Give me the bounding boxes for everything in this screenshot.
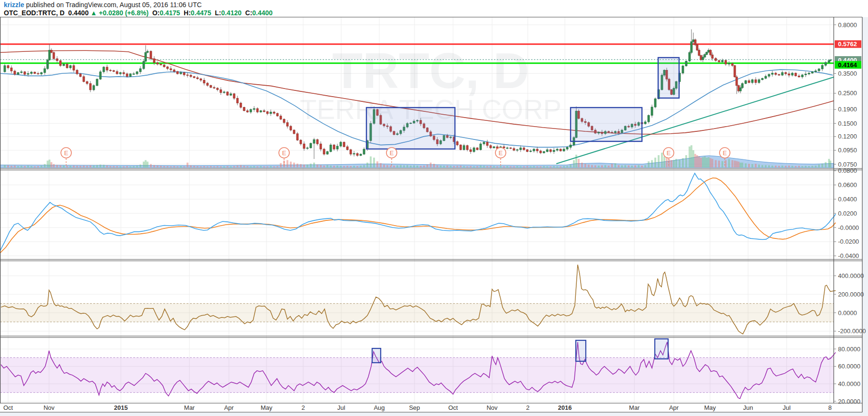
candle-body xyxy=(227,92,228,95)
volume-bar xyxy=(738,162,740,168)
volume-bar xyxy=(376,161,378,168)
volume-bar xyxy=(791,166,793,168)
candle-body xyxy=(207,83,208,86)
candle-body xyxy=(540,151,542,153)
candle-body xyxy=(651,107,653,115)
volume-bar xyxy=(765,165,767,168)
volume-bar xyxy=(217,166,218,168)
candle-body xyxy=(533,149,535,151)
candle-body xyxy=(556,149,558,150)
annotation-box[interactable] xyxy=(372,348,381,363)
candle-body xyxy=(530,151,532,151)
scale-tick-label: 200.0000 xyxy=(838,291,864,298)
annotation-box[interactable] xyxy=(571,108,642,141)
volume-bar xyxy=(30,166,32,168)
candle-body xyxy=(460,145,462,150)
volume-bar xyxy=(570,165,572,168)
volume-bar xyxy=(340,166,342,168)
candle-body xyxy=(785,72,787,74)
time-axis-label: 2 xyxy=(301,404,305,411)
candle-body xyxy=(303,144,305,149)
candle-body xyxy=(566,147,568,149)
chart-canvas[interactable]: TRTC, DTERRA TECH CORPEEEEEE0.80000.3500… xyxy=(0,0,868,416)
volume-bar xyxy=(343,166,345,168)
volume-bar xyxy=(147,162,148,168)
candle-body xyxy=(116,71,118,74)
volume-bar xyxy=(436,165,438,168)
time-axis-label: Nov xyxy=(486,404,498,411)
candle-body xyxy=(256,109,258,112)
annotation-box[interactable] xyxy=(366,108,455,149)
candle-body xyxy=(353,153,355,154)
candle-body xyxy=(167,67,168,69)
volume-bar xyxy=(89,165,91,168)
candle-body xyxy=(356,153,358,155)
scale-tick-label: 0.0200 xyxy=(838,210,857,217)
volume-bar xyxy=(808,166,810,168)
volume-bar xyxy=(490,166,492,168)
volume-bar xyxy=(658,155,660,168)
volume-bar xyxy=(634,165,636,168)
volume-bar xyxy=(420,166,422,168)
candle-body xyxy=(323,149,325,154)
volume-bar xyxy=(306,165,308,168)
volume-bar xyxy=(666,158,668,168)
annotation-box[interactable] xyxy=(655,339,668,359)
volume-bar xyxy=(614,163,616,168)
candle-body xyxy=(320,144,322,149)
volume-bar xyxy=(167,166,168,168)
rsi-band xyxy=(0,357,834,392)
volume-bar xyxy=(715,160,717,168)
candle-body xyxy=(187,75,188,75)
volume-bar xyxy=(230,166,232,168)
volume-bar xyxy=(240,165,242,168)
volume-bar xyxy=(785,166,787,168)
volume-bar xyxy=(758,165,760,168)
candle-body xyxy=(829,60,831,60)
volume-bar xyxy=(66,166,68,168)
volume-bar xyxy=(453,166,455,168)
candle-body xyxy=(250,109,252,112)
volume-bar xyxy=(153,165,155,168)
annotation-box[interactable] xyxy=(576,340,586,361)
volume-bar xyxy=(476,166,478,168)
candle-body xyxy=(811,72,813,73)
candle-body xyxy=(775,73,777,75)
volume-bar xyxy=(237,166,238,168)
volume-bar xyxy=(350,166,352,168)
candle-body xyxy=(523,148,525,150)
candle-body xyxy=(805,74,807,75)
candle-body xyxy=(203,80,205,83)
volume-bar xyxy=(59,165,61,168)
volume-bar xyxy=(96,165,98,168)
volume-bar xyxy=(473,166,475,168)
candle-body xyxy=(343,142,345,147)
candle-body xyxy=(217,88,218,89)
volume-bar xyxy=(581,163,583,168)
volume-bar xyxy=(608,166,610,168)
candle-body xyxy=(694,40,696,45)
candle-body xyxy=(516,149,518,150)
candle-body xyxy=(765,76,767,79)
volume-bar xyxy=(446,166,448,168)
volume-bar xyxy=(326,165,328,168)
candle-body xyxy=(49,50,50,60)
volume-bar xyxy=(631,166,633,168)
time-scale[interactable]: OctNov2015MarAprMay2JulAugSepOctNov22016… xyxy=(3,404,832,411)
volume-bar xyxy=(63,166,65,168)
volume-bar xyxy=(771,166,773,168)
candle-body xyxy=(725,60,727,64)
volume-bar xyxy=(761,165,763,168)
volume-bar xyxy=(591,165,593,168)
candle-body xyxy=(466,146,468,150)
volume-bar xyxy=(801,166,803,168)
volume-bar xyxy=(44,164,46,168)
earnings-letter: E xyxy=(499,149,503,157)
volume-bar xyxy=(731,160,733,168)
annotation-box[interactable] xyxy=(658,58,679,98)
candle-body xyxy=(290,126,292,130)
candle-body xyxy=(69,66,71,68)
volume-bar xyxy=(50,162,52,168)
volume-bar xyxy=(139,165,141,168)
volume-bar xyxy=(470,166,472,168)
